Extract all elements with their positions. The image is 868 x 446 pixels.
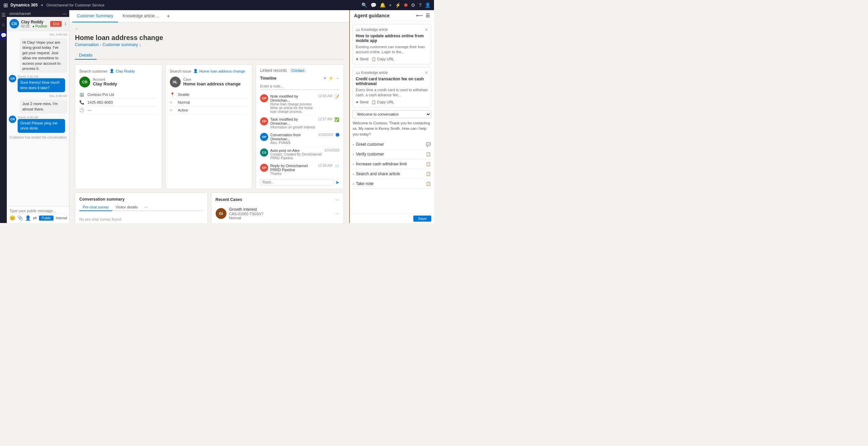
tl-avatar-5: OP	[260, 164, 268, 172]
main-layout: ☰ ⌂ 💬 omnichannel — CR Clay Roddy 02:32 …	[0, 10, 434, 223]
panel-expand-icon[interactable]: ⟵	[416, 13, 423, 18]
city-field: 📍 Seattle	[170, 91, 248, 99]
tl-item-2: OP Task modified by Omnichan... Informat…	[260, 116, 339, 131]
step-note[interactable]: › Take note 📋	[353, 179, 431, 189]
tab-customer-summary[interactable]: Customer Summary	[72, 10, 118, 22]
content-area: ← Home loan address change Conversation …	[70, 22, 349, 223]
account-name: Clay Roddy	[93, 81, 117, 86]
back-nav[interactable]: ←	[75, 26, 344, 31]
linked-contact-badge[interactable]: Contact	[290, 68, 307, 73]
step-greet[interactable]: › Greet customer 💬	[353, 140, 431, 149]
tab-knowledge-article[interactable]: Knowledge article ...	[118, 10, 164, 22]
user-icon[interactable]: 👤	[425, 2, 431, 8]
recent-cases-card: Recent Cases ··· GI Growth Interest CAS-…	[211, 192, 344, 223]
tl-add-icon[interactable]: +	[324, 76, 327, 81]
step-note-icon: 📋	[426, 181, 431, 186]
tl-item-3: OP Conversation from Omnichan... Alex: P…	[260, 131, 339, 147]
step-greet-label: Greet customer	[356, 142, 384, 147]
chevron-verify: ›	[353, 152, 354, 156]
grid-icon[interactable]: ⊞	[3, 2, 8, 8]
info-icon[interactable]: ℹ	[65, 21, 66, 26]
chevron-note: ›	[353, 182, 354, 186]
search-icon[interactable]: 🔍	[361, 2, 367, 8]
send-button-2[interactable]: ➤ Send	[356, 100, 369, 104]
panel-list-icon[interactable]: ☰	[426, 13, 430, 18]
help-icon[interactable]: ?	[419, 2, 421, 8]
agents-icon[interactable]: 👤	[25, 215, 31, 221]
tl-item-5: OP Reply by Omnichannel PRRD Pipeline Th…	[260, 162, 339, 178]
app-dropdown-icon[interactable]: ▼	[40, 3, 44, 7]
chat-icon[interactable]: 💬	[371, 2, 376, 8]
location-icon: 📍	[170, 92, 175, 97]
search-issue-label: Search issue	[170, 69, 192, 73]
swap-icon[interactable]: ⇄	[33, 215, 37, 221]
attach-icon[interactable]: 📎	[17, 215, 23, 221]
emoji-icon[interactable]: 😊	[9, 215, 15, 221]
reply-input[interactable]	[260, 179, 334, 185]
minimize-icon[interactable]: —	[63, 12, 66, 16]
recent-cases-more-icon[interactable]: ···	[335, 197, 339, 202]
chat-contact[interactable]: CR Clay Roddy 02:32 ● Positive End ℹ	[7, 17, 69, 31]
tl-content-1: Note modified by Omnichan... Home loan c…	[270, 94, 316, 114]
timeline-note-input[interactable]	[260, 83, 339, 90]
end-button[interactable]: End	[50, 21, 62, 27]
recent-cases-title: Recent Cases	[216, 197, 242, 202]
home-icon[interactable]: ⌂	[2, 22, 5, 27]
plus-icon[interactable]: +	[389, 2, 392, 8]
close-card-2-icon[interactable]: ✕	[425, 70, 428, 75]
step-search[interactable]: › Search and share article 📋	[353, 169, 431, 179]
step-search-icon: 📋	[426, 171, 431, 176]
send-icon-1: ➤	[356, 57, 359, 61]
welcome-dropdown[interactable]: Welcome to conversationGoodbyeHold on	[353, 110, 431, 118]
extra-field: 🕐 ---	[79, 106, 158, 114]
case-item-more-icon[interactable]: ···	[335, 211, 339, 216]
tl-more-icon[interactable]: ···	[336, 76, 339, 81]
settings-icon[interactable]: ⚙	[411, 2, 415, 8]
search-issue-value[interactable]: 👤 Home loan address change	[193, 69, 245, 73]
recent-case-item[interactable]: GI Growth Interest CAS-01002-T3G5V7 Norm…	[216, 204, 340, 223]
building-icon: 🏢	[79, 92, 85, 97]
left-sidebar: ☰ ⌂ 💬	[0, 10, 7, 223]
status-dot	[404, 3, 408, 7]
copy-icon-1: 📋	[371, 57, 376, 61]
conv-tab-visitor[interactable]: Visitor details	[112, 204, 141, 211]
top-nav-right: 🔍 💬 🔔 + ⚡ ⚙ ? 👤	[361, 2, 431, 8]
contact-time: 02:32 ● Positive	[21, 24, 48, 28]
save-button[interactable]: Save	[413, 216, 431, 222]
msg-customer-row-1: CR David, 9:46 AM Sure Kenny! How much t…	[9, 75, 67, 92]
conv-tab-prechat[interactable]: Pre-chat survey	[79, 204, 112, 211]
tl-content-4: Auto-post on Alex Contact: Created By Om…	[270, 148, 322, 160]
filter-icon[interactable]: ⚡	[395, 2, 401, 8]
reply-send-icon[interactable]: ➤	[335, 180, 339, 185]
detail-tab-details[interactable]: Details	[75, 51, 97, 60]
step-search-label: Search and share article	[356, 171, 400, 176]
close-card-1-icon[interactable]: ✕	[425, 27, 428, 32]
tab-add[interactable]: +	[164, 13, 173, 19]
chevron-search: ›	[353, 172, 354, 176]
knowledge-label-1: 📖 Knowledge article	[356, 28, 388, 32]
send-button-1[interactable]: ➤ Send	[356, 57, 369, 61]
hamburger-icon[interactable]: ☰	[1, 12, 6, 18]
copy-url-button-2[interactable]: 📋 Copy URL	[371, 100, 394, 104]
top-nav: ⊞ Dynamics 365 ▼ Omnichannel for Custome…	[0, 0, 434, 10]
linked-records-title: Linked records	[260, 68, 287, 73]
page-subtitle[interactable]: Conversation - Customer summary ↓	[75, 42, 344, 47]
step-verify[interactable]: › Verify customer 📋	[353, 149, 431, 159]
app-name: Dynamics 365	[11, 3, 38, 7]
copy-url-button-1[interactable]: 📋 Copy URL	[371, 57, 394, 61]
chat-input[interactable]	[9, 208, 66, 214]
dropdown-row: Welcome to conversationGoodbyeHold on	[353, 110, 431, 118]
timeline-card: Linked records Contact Timeline + ⚡ ···	[256, 64, 344, 189]
internal-button[interactable]: Internal	[56, 216, 67, 220]
conv-tab-more[interactable]: ···	[141, 204, 151, 211]
case-row: HL Case Home loan address change	[170, 77, 248, 87]
tl-filter-icon[interactable]: ⚡	[328, 76, 334, 81]
linked-header: Linked records Contact	[260, 68, 339, 73]
search-customer-value[interactable]: 👤 Clay Roddy	[110, 69, 135, 73]
bell-icon[interactable]: 🔔	[380, 2, 386, 8]
public-button[interactable]: Public	[39, 216, 54, 221]
step-cash[interactable]: › Increase cash withdraw limit 📋	[353, 159, 431, 169]
chevron-cash: ›	[353, 162, 354, 166]
tl-avatar-1: OP	[260, 94, 268, 102]
chat-toolbar: 😊 📎 👤 ⇄ Public Internal	[9, 214, 66, 222]
